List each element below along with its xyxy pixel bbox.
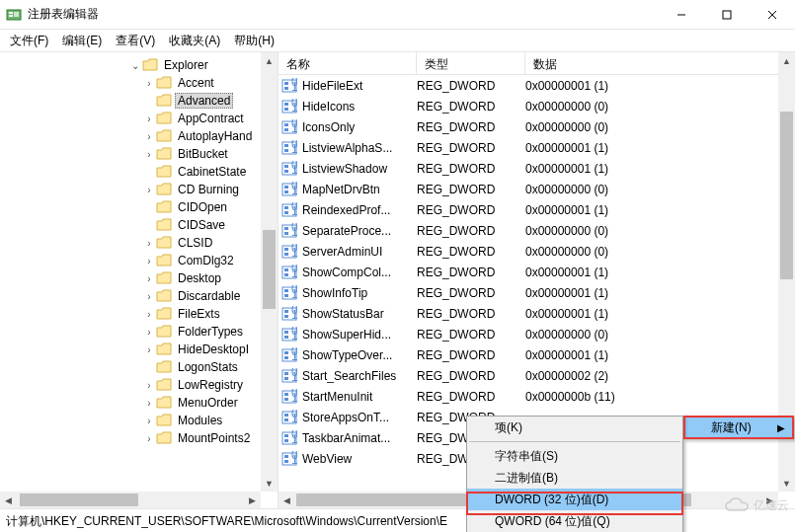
value-type: REG_DWORD [417,79,525,93]
tree-item[interactable]: ›AppContract [0,110,261,127]
tree-item[interactable]: ›LowRegistry [0,376,261,394]
list-row[interactable]: 011110ListviewAlphaS...REG_DWORD0x000000… [278,137,778,158]
tree-item[interactable]: ›BitBucket [0,145,261,163]
scroll-up-icon[interactable]: ▲ [261,52,278,69]
maximize-button[interactable] [704,0,750,29]
chevron-right-icon[interactable] [142,96,156,107]
list-row[interactable]: 011110Start_SearchFilesREG_DWORD0x000000… [278,365,778,386]
scroll-thumb[interactable] [263,230,276,309]
list-row[interactable]: 011110HideIconsREG_DWORD0x00000000 (0) [278,96,778,116]
scroll-up-icon[interactable]: ▲ [778,52,795,69]
list-row[interactable]: 011110ShowSuperHid...REG_DWORD0x00000000… [278,324,778,344]
tree-item[interactable]: ›MenuOrder [0,394,261,412]
list-row[interactable]: 011110ShowStatusBarREG_DWORD0x00000001 (… [278,303,778,324]
chevron-right-icon[interactable]: › [142,327,156,338]
ctx-binary[interactable]: 二进制值(B) [467,467,682,489]
list-row[interactable]: 011110IconsOnlyREG_DWORD0x00000000 (0) [278,116,778,137]
col-data[interactable]: 数据 [525,52,795,74]
list-row[interactable]: 011110ListviewShadowREG_DWORD0x00000001 … [278,158,778,179]
tree-item[interactable]: ›ComDlg32 [0,252,261,269]
tree-item[interactable]: CabinetState [0,163,261,181]
chevron-right-icon[interactable]: › [142,256,156,266]
chevron-right-icon[interactable]: › [142,398,156,409]
svg-rect-100 [284,460,288,463]
chevron-right-icon[interactable]: › [142,114,156,124]
list-row[interactable]: 011110ReindexedProf...REG_DWORD0x0000000… [278,199,778,220]
reg-value-icon: 011110 [278,451,300,467]
tree-item[interactable]: ›CLSID [0,234,261,252]
scroll-thumb[interactable] [780,112,793,279]
chevron-right-icon[interactable]: › [142,380,156,391]
list-row[interactable]: 011110StartMenuInitREG_DWORD0x0000000b (… [278,386,778,407]
tree-item[interactable]: ›HideDesktopI [0,341,261,358]
value-name: IconsOnly [300,120,417,134]
tree[interactable]: ⌄Explorer›Accent Advanced›AppContract›Au… [0,52,261,492]
tree-item[interactable]: ›AutoplayHand [0,127,261,145]
menu-edit[interactable]: 编辑(E) [56,31,108,51]
tree-item[interactable]: ›Discardable [0,287,261,305]
chevron-right-icon[interactable]: › [142,291,156,302]
scroll-thumb[interactable] [20,494,138,506]
svg-text:110: 110 [291,121,297,135]
tree-item[interactable]: ›Desktop [0,269,261,287]
tree-scrollbar-vertical[interactable]: ▲ ▼ [261,52,278,492]
ctx-string[interactable]: 字符串值(S) [467,445,682,467]
list-row[interactable]: 011110ServerAdminUIREG_DWORD0x00000000 (… [278,241,778,262]
menu-file[interactable]: 文件(F) [4,31,54,51]
list-row[interactable]: 011110MapNetDrvBtnREG_DWORD0x00000000 (0… [278,179,778,199]
list-row[interactable]: 011110ShowTypeOver...REG_DWORD0x00000001… [278,344,778,365]
chevron-right-icon[interactable]: › [142,185,156,195]
chevron-right-icon[interactable] [142,202,156,213]
list-row[interactable]: 011110ShowCompCol...REG_DWORD0x00000001 … [278,262,778,282]
chevron-right-icon[interactable] [142,167,156,178]
folder-icon [156,236,172,250]
chevron-right-icon[interactable]: › [142,416,156,426]
list-row[interactable]: 011110ShowInfoTipREG_DWORD0x00000001 (1) [278,282,778,303]
chevron-right-icon[interactable]: › [142,344,156,355]
chevron-right-icon[interactable]: › [142,238,156,249]
ctx-string-label: 字符串值(S) [495,448,558,465]
chevron-right-icon[interactable] [142,362,156,373]
chevron-down-icon[interactable]: ⌄ [128,60,142,71]
value-name: ShowTypeOver... [300,348,417,362]
tree-item[interactable]: ›Modules [0,412,261,429]
col-name[interactable]: 名称 [278,52,417,74]
tree-item[interactable]: ›FolderTypes [0,323,261,341]
chevron-right-icon[interactable]: › [142,149,156,160]
list-row[interactable]: 011110SeparateProce...REG_DWORD0x0000000… [278,220,778,241]
scroll-left-icon[interactable]: ◀ [0,492,17,508]
tree-item-explorer[interactable]: ⌄Explorer [0,56,261,74]
reg-value-icon: 011110 [278,182,300,197]
close-button[interactable] [750,0,795,29]
tree-item[interactable]: ›MountPoints2 [0,429,261,447]
chevron-right-icon[interactable]: › [142,433,156,444]
list-row[interactable]: 011110HideFileExtREG_DWORD0x00000001 (1) [278,75,778,96]
ctx-new[interactable]: 新建(N) ▶ [683,417,793,438]
tree-item[interactable]: LogonStats [0,358,261,376]
tree-item[interactable]: ›CD Burning [0,181,261,198]
chevron-right-icon[interactable]: › [142,78,156,89]
chevron-right-icon[interactable] [142,220,156,231]
chevron-right-icon[interactable]: › [142,309,156,320]
chevron-right-icon[interactable]: › [142,131,156,142]
menu-favorites[interactable]: 收藏夹(A) [163,31,226,51]
scroll-down-icon[interactable]: ▼ [261,475,278,492]
scroll-left-icon[interactable]: ◀ [278,492,295,508]
scroll-down-icon[interactable]: ▼ [778,475,795,492]
tree-item[interactable]: CIDOpen [0,198,261,216]
scroll-right-icon[interactable]: ▶ [244,492,261,508]
tree-item[interactable]: ›Accent [0,74,261,92]
tree-item[interactable]: ›FileExts [0,305,261,323]
ctx-key[interactable]: 项(K) [467,417,682,438]
ctx-qword[interactable]: QWORD (64 位)值(Q) [467,510,682,532]
minimize-button[interactable] [659,0,704,29]
col-type[interactable]: 类型 [417,52,525,74]
chevron-right-icon[interactable]: › [142,273,156,284]
menu-help[interactable]: 帮助(H) [228,31,280,51]
tree-item-label: Discardable [175,288,243,304]
tree-item[interactable]: Advanced [0,92,261,110]
ctx-dword[interactable]: DWORD (32 位)值(D) [467,489,682,510]
tree-item[interactable]: CIDSave [0,216,261,234]
tree-scrollbar-horizontal[interactable]: ◀ ▶ [0,492,261,508]
menu-view[interactable]: 查看(V) [110,31,161,51]
